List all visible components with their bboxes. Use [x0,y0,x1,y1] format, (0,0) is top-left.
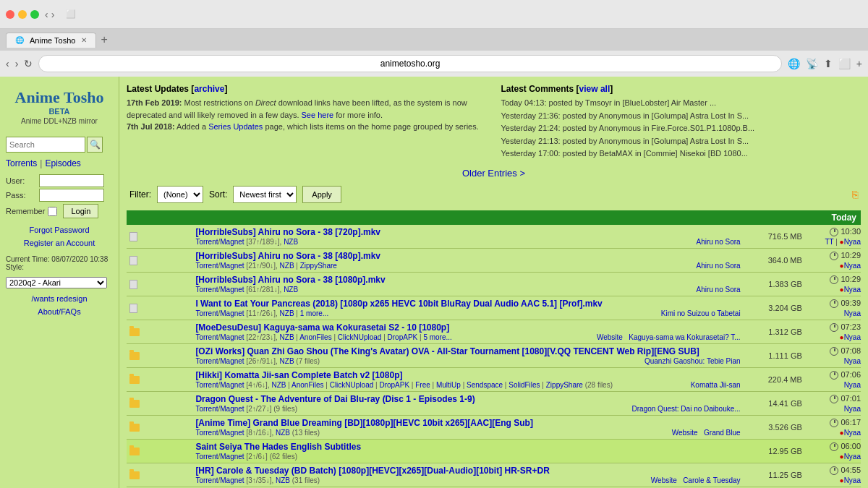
entry-link[interactable]: [OZi Works] Quan Zhi Gao Shou (The King'… [195,346,699,356]
entry-link[interactable]: [HR] Carole & Tuesday (BD Batch) [1080p]… [195,466,550,476]
logo-title: Anime Tosho [6,88,113,107]
vpn-icon[interactable]: 🌐 [788,58,800,69]
reload-button[interactable]: ↻ [24,58,33,69]
add-tab-btn[interactable]: + [856,58,862,69]
style-dropdown[interactable]: 2020q2 - Akari [6,277,107,288]
sort-select[interactable]: Newest first [233,186,297,203]
new-tab-button[interactable]: + [101,33,107,46]
series-updates-link[interactable]: Series Updates [208,122,263,131]
apply-button[interactable]: Apply [302,186,341,203]
entry-meta: Torrent/Magnet [11↑/26↓], NZB | 1 more..… [192,309,743,320]
comment-5: Yesterday 17:00: posted by BetaMAX in [C… [501,147,861,160]
folder-icon [129,328,140,336]
login-form: User: Pass: Remember Login [6,174,113,218]
maximize-button[interactable] [30,10,39,19]
search-input[interactable] [6,137,85,153]
update-2: 7th Jul 2018: Added a Series Updates pag… [127,121,487,133]
entry-time-cell: 10:29 ●Nyaa [802,248,861,272]
filter-select[interactable]: (None) [157,186,203,203]
entry-link[interactable]: [HorribleSubs] Ahiru no Sora - 38 [720p]… [195,227,380,237]
about-faqs-link[interactable]: About/FAQs [6,306,113,319]
entry-link[interactable]: [Hikki] Komatta Jii-san Complete Batch v… [195,370,402,380]
back-button[interactable]: ‹ [45,9,48,20]
remember-checkbox[interactable] [48,207,57,216]
wants-redesign-link[interactable]: /wants redesign [6,293,113,306]
address-bar-row: ‹ › ↻ 🌐 📡 ⬆ ⬜ + [0,51,868,77]
search-button[interactable]: 🔍 [87,137,103,153]
forgot-password-link[interactable]: Forgot Password [6,224,113,237]
rss-toolbar-icon[interactable]: 📡 [806,58,818,69]
sidebar-nav: Torrents | Episodes [6,158,113,168]
style-selector: 2020q2 - Akari [6,277,113,288]
address-input[interactable] [38,55,781,72]
entry-size-cell: 14.41 GB [744,391,802,415]
entry-size-cell: 364.0 MB [744,248,802,272]
view-all-link[interactable]: view all [579,84,610,94]
entry-link[interactable]: I Want to Eat Your Pancreas (2018) [1080… [195,299,602,309]
table-row: [HR] Carole & Tuesday (BD Batch) [1080p]… [127,463,861,487]
entry-link[interactable]: Dragon Quest - The Adventure of Dai Blu-… [195,394,475,404]
entry-link[interactable]: [MoeDesuDesu] Kaguya-sama wa Kokurasetai… [195,322,449,333]
entry-title-cell: Saint Seiya The Hades English Subtitles … [192,439,743,463]
current-time: Current Time: 08/07/2020 10:38 Style: [6,255,113,271]
clock-icon [830,395,838,403]
table-row: [OZi Works] Quan Zhi Gao Shou (The King'… [127,343,861,367]
clock-icon [830,252,838,260]
sidebar-item-episodes[interactable]: Episodes [45,158,80,168]
entry-link[interactable]: Saint Seiya The Hades English Subtitles [195,442,361,452]
clock-icon [830,275,838,284]
folder-icon [129,376,140,384]
entry-time-cell: 07:06 Nyaa [802,367,861,391]
clock-icon [830,466,838,475]
older-entries-link[interactable]: Older Entries > [462,168,525,179]
entry-size-cell: 1.111 GB [744,343,802,367]
login-button[interactable]: Login [63,204,98,218]
entry-size-cell: 1.383 GB [744,272,802,296]
entry-title-cell: Dragon Quest - The Adventure of Dai Blu-… [192,391,743,415]
rss-icon[interactable]: ⎘ [852,189,858,200]
entry-meta: Torrent/Magnet [26↑/91↓], NZB (7 files) … [192,357,743,367]
user-row: User: [6,174,113,187]
archive-link[interactable]: archive [194,84,224,94]
entry-meta: Torrent/Magnet [61↑/281↓], NZB Ahiru no … [192,286,743,296]
comment-1: Today 04:13: posted by Tmsoyr in [BlueLo… [501,97,861,110]
entry-time-cell: 10:30 TT | ●Nyaa [802,225,861,249]
close-button[interactable] [6,10,14,19]
logo-area: Anime Tosho BETA Anime DDL+NZB mirror [6,82,113,131]
browser-forward-btn[interactable]: › [15,58,19,69]
pass-label: Pass: [6,191,36,200]
browser-back-btn[interactable]: ‹ [6,58,9,69]
share-icon[interactable]: ⬆ [824,58,833,69]
style-label: Style: [6,263,113,271]
minimize-button[interactable] [18,10,27,19]
password-input[interactable] [39,189,104,202]
see-here-link[interactable]: See here [302,111,334,119]
active-tab[interactable]: 🌐 Anime Tosho ✕ [6,33,96,48]
entry-title-cell: [Hikki] Komatta Jii-san Complete Batch v… [192,367,743,391]
username-input[interactable] [39,174,104,187]
latest-updates: Latest Updates [archive] 17th Feb 2019: … [127,84,487,160]
entry-size-cell: 3.204 GB [744,296,802,320]
filter-label: Filter: [129,189,151,200]
entry-time-cell: 04:55 ●Nyaa [802,463,861,487]
sidebar-toggle[interactable]: ⬜ [838,58,851,69]
entry-link[interactable]: [HorribleSubs] Ahiru no Sora - 38 [480p]… [195,251,380,261]
comment-2: Yesterday 21:36: posted by Anonymous in … [501,110,861,123]
entry-time-cell: 09:39 Nyaa [802,296,861,320]
entry-size-cell: 716.5 MB [744,225,802,249]
table-row: [HorribleSubs] Ahiru no Sora - 38 [480p]… [127,248,861,272]
sidebar-item-torrents[interactable]: Torrents [6,158,37,168]
entry-link[interactable]: [Anime Time] Grand Blue Dreaming [BD][10… [195,418,533,428]
entry-link[interactable]: [HorribleSubs] Ahiru no Sora - 38 [1080p… [195,275,385,285]
tab-icon-button[interactable]: ⬜ [66,9,76,19]
clock-icon [830,323,838,332]
clock-icon [830,419,838,427]
entry-title-cell: [MoeDesuDesu] Kaguya-sama wa Kokurasetai… [192,320,743,343]
entry-size-cell: 11.25 GB [744,463,802,487]
register-account-link[interactable]: Register an Account [6,237,113,250]
entry-time-cell: 06:17 ●Nyaa [802,415,861,439]
forward-button[interactable]: › [51,9,55,20]
comment-4: Yesterday 21:13: posted by Anonymous in … [501,135,861,148]
sidebar-bottom-links: /wants redesign About/FAQs [6,293,113,318]
entry-icon-cell [127,367,192,391]
